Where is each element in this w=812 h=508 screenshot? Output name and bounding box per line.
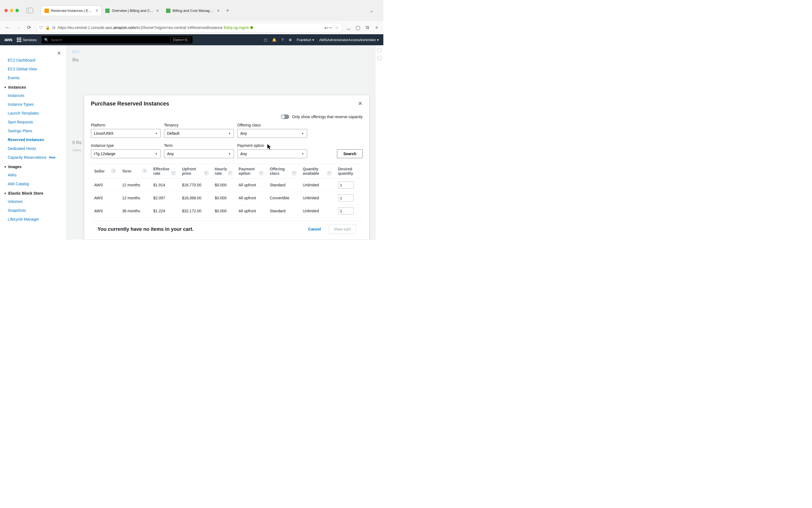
sidebar-item[interactable]: Savings Plans [0, 126, 67, 135]
account-icon[interactable]: ◯ [355, 25, 361, 30]
sidebar-item[interactable]: EC2 Global View [0, 65, 67, 74]
history-icon[interactable] [377, 56, 382, 60]
lock-icon[interactable]: 🔒 [45, 26, 50, 30]
sidebar-section-header[interactable]: ▼Images [0, 162, 67, 171]
translate-icon[interactable]: ᴀ⟷ [324, 26, 332, 30]
sidebar-item[interactable]: Snapshots [0, 206, 67, 215]
capacity-toggle[interactable] [281, 115, 289, 119]
caret-down-icon: ▼ [4, 86, 7, 89]
services-button[interactable]: Services [17, 38, 37, 42]
column-header[interactable]: Quantityavailable▽ [299, 164, 335, 179]
shield-icon[interactable]: 🛡 [39, 26, 43, 30]
instance-type-select[interactable]: r7g.12xlarge ▼ [91, 150, 161, 158]
table-cell: 36 months [119, 205, 150, 218]
breadcrumb: EC2 [72, 50, 378, 54]
column-header[interactable]: Term▽ [119, 164, 150, 179]
table-row: AWS12 months$2.097$18,368.00$0.000All up… [91, 192, 363, 205]
offerings-table: Seller▽Term▽Effectiverate▽Upfrontprice▽H… [91, 164, 363, 220]
aws-header: aws Services 🔍 [Option+S] ▢ 🔔 ? ⚙ Frankf… [0, 34, 383, 45]
cart-message: You currently have no items in your cart… [97, 226, 300, 232]
minimize-window-button[interactable] [10, 9, 13, 12]
tabs-dropdown-icon[interactable]: ⌄ [370, 8, 373, 13]
table-cell: AWS [91, 205, 119, 218]
sidebar-item[interactable]: Dedicated Hosts [0, 144, 67, 153]
column-header[interactable]: Upfrontprice▽ [179, 164, 211, 179]
sidebar-item[interactable]: Lifecycle Manager [0, 215, 67, 224]
cancel-button[interactable]: Cancel [304, 225, 325, 234]
view-cart-button: View cart [329, 224, 356, 234]
sidebar-item[interactable]: AMIs [0, 171, 67, 179]
column-header: Desiredquantity [335, 164, 363, 179]
sidebar-section-header[interactable]: ▼Elastic Block Store [0, 188, 67, 197]
cloudshell-icon[interactable]: ▢ [264, 38, 267, 42]
column-header[interactable]: Seller▽ [91, 164, 119, 179]
sort-icon: ▽ [204, 171, 208, 175]
account-selector[interactable]: AWSAdministratorAccess/kshirinkin ▾ [319, 38, 379, 42]
sidebar-item[interactable]: EC2 Dashboard [0, 58, 67, 65]
table-cell: $2.097 [150, 192, 179, 205]
browser-tab-active[interactable]: Reserved Instances | EC2 | eu-c × [41, 5, 102, 15]
sidebar-section-header[interactable]: ▼Instances [0, 82, 67, 91]
sort-icon: ▽ [143, 169, 147, 173]
offering-class-filter: Offering class Any ▼ [237, 123, 307, 138]
sidebar-item[interactable]: Instances [0, 91, 67, 100]
quantity-input[interactable] [338, 207, 354, 214]
billing-favicon-icon [105, 8, 110, 13]
maximize-window-button[interactable] [15, 9, 19, 12]
tenancy-select[interactable]: Default ▼ [164, 129, 234, 138]
pocket-icon[interactable]: ◡ [346, 25, 351, 30]
payment-option-select[interactable]: Any ▼ [237, 150, 307, 158]
tab-close-icon[interactable]: × [217, 8, 219, 13]
back-button[interactable]: ← [4, 24, 11, 32]
tab-close-icon[interactable]: × [156, 8, 159, 13]
sidebar-item[interactable]: Instance Types [0, 100, 67, 109]
aws-search-bar[interactable]: 🔍 [Option+S] [41, 36, 193, 44]
column-header[interactable]: Effectiverate▽ [150, 164, 179, 179]
table-cell: $0.000 [211, 218, 235, 221]
notifications-icon[interactable]: 🔔 [272, 38, 277, 42]
extensions-icon[interactable]: ⧉ [365, 25, 370, 30]
sidebar-item[interactable]: AMI Catalog [0, 179, 67, 188]
search-button[interactable]: Search [337, 150, 363, 158]
help-icon[interactable]: ? [281, 38, 283, 42]
table-row: AWS36 months$1.224$32,172.00$0.000All up… [91, 205, 363, 218]
table-cell: $1.914 [150, 179, 179, 192]
bookmark-star-icon[interactable]: ☆ [335, 26, 339, 30]
table-cell: All upfront [235, 218, 267, 221]
offering-class-select[interactable]: Any ▼ [237, 129, 307, 138]
sidebar-close-icon[interactable]: ✕ [57, 50, 61, 56]
reload-button[interactable]: ⟳ [26, 24, 32, 32]
table-cell: Standard [267, 179, 300, 192]
term-select[interactable]: Any ▼ [164, 150, 234, 158]
column-header[interactable]: Hourlyrate▽ [211, 164, 235, 179]
address-bar[interactable]: 🛡 🔒 ⊟ https://eu-central-1.console.aws.a… [36, 23, 342, 32]
region-selector[interactable]: Frankfurt ▾ [297, 38, 314, 42]
new-tab-button[interactable]: + [223, 7, 232, 14]
browser-tab[interactable]: Billing and Cost Management | × [162, 5, 223, 15]
sidebar-item[interactable]: Reserved Instances [0, 135, 67, 144]
aws-logo[interactable]: aws [4, 37, 12, 42]
platform-select[interactable]: Linux/UNIX ▼ [91, 129, 161, 138]
quantity-input[interactable] [338, 181, 354, 188]
info-icon[interactable] [377, 48, 382, 52]
modal-close-icon[interactable]: ✕ [358, 100, 363, 107]
sidebar-item[interactable]: Volumes [0, 197, 67, 206]
sidebar-toggle-icon[interactable] [27, 8, 33, 13]
aws-search-input[interactable] [51, 38, 168, 42]
sidebar-item[interactable]: Spot Requests [0, 118, 67, 126]
menu-icon[interactable]: ≡ [374, 25, 379, 30]
sidebar-item[interactable]: Capacity Reservations New [0, 153, 67, 162]
permissions-icon[interactable]: ⊟ [52, 26, 55, 30]
caret-down-icon: ▼ [4, 165, 7, 168]
close-window-button[interactable] [4, 9, 8, 12]
settings-icon[interactable]: ⚙ [289, 38, 292, 42]
sidebar-item[interactable]: Events [0, 74, 67, 82]
sidebar-item[interactable]: Launch Templates [0, 109, 67, 118]
tab-close-icon[interactable]: × [95, 8, 98, 13]
browser-tab[interactable]: Overview | Billing and Cost Man × [102, 5, 162, 15]
column-header[interactable]: Offeringclass▽ [267, 164, 300, 179]
quantity-input[interactable] [338, 195, 354, 202]
column-header[interactable]: Paymentoption▽ [235, 164, 267, 179]
table-cell: $16,770.00 [179, 179, 211, 192]
platform-filter: Platform Linux/UNIX ▼ [91, 123, 161, 138]
